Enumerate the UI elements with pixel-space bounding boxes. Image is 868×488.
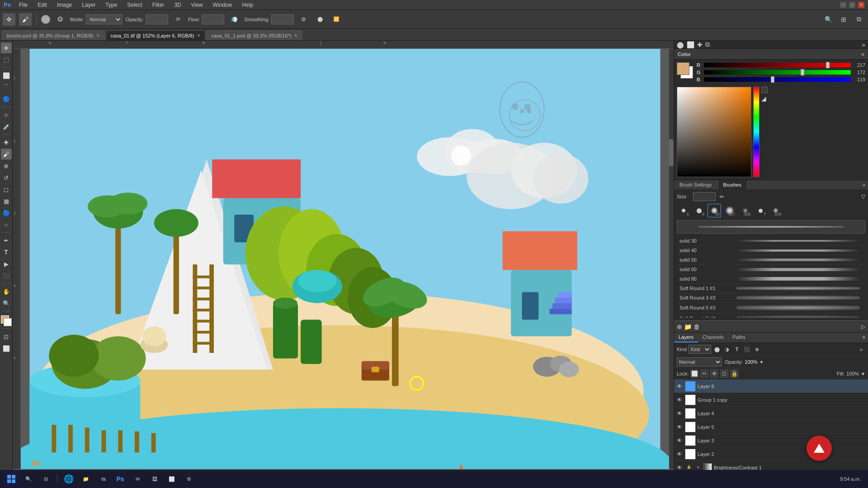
workspace-btn[interactable]: ⊞ — [837, 13, 850, 26]
brush-size-input[interactable]: 6 px — [693, 192, 716, 201]
layer-6-vis[interactable]: 👁 — [676, 383, 683, 390]
brush-preset-127[interactable]: 127 — [723, 204, 736, 217]
menu-layer[interactable]: Layer — [80, 1, 97, 9]
brush-softround5[interactable]: Soft Round 5 #3 — [677, 303, 865, 313]
brush-preset-7[interactable]: 7 — [754, 204, 767, 217]
blend-mode-select[interactable]: Normal — [677, 357, 722, 366]
menu-filter[interactable]: Filter — [151, 1, 166, 9]
layer-5-vis[interactable]: 👁 — [676, 423, 683, 431]
brush-preset-30[interactable]: 30 — [708, 204, 721, 217]
brush-panel-toggle[interactable]: ▽ — [861, 193, 865, 200]
tab-close-0[interactable]: ✕ — [96, 33, 100, 38]
brush-solid50[interactable]: solid 50 — [677, 255, 865, 265]
brush-settings-tab[interactable]: Brush Settings — [674, 180, 718, 189]
tab-close-2[interactable]: ✕ — [294, 33, 297, 38]
pen-tool-btn[interactable]: ✒ — [1, 235, 12, 246]
move-tool[interactable]: ✥ — [3, 13, 15, 26]
search-btn[interactable]: 🔍 — [822, 13, 835, 26]
filter-text-btn[interactable]: T — [733, 345, 741, 353]
task-view-btn[interactable]: ⊟ — [38, 471, 53, 487]
tab-2[interactable]: casa_01_1.psd @ 33,3% (RGB/16*) ✕ — [206, 30, 302, 40]
brush-add-btn[interactable]: ⊕ — [677, 323, 682, 330]
flow-input[interactable]: 100% — [202, 14, 224, 24]
quick-mask-btn[interactable]: ⊡ — [1, 331, 12, 342]
taskbar-edge[interactable]: 🌐 — [61, 471, 76, 487]
filter-pixel-btn[interactable]: ⬤ — [713, 345, 721, 353]
filter-shape-btn[interactable]: ⬛ — [743, 345, 751, 353]
marquee-tool-btn[interactable]: ⬜ — [1, 70, 12, 81]
brush-folder-btn[interactable]: 📁 — [684, 323, 692, 330]
canvas-area[interactable]: 6 7 8 | 9 1 2 3 4 5 — [13, 41, 674, 478]
brush-preset-308[interactable]: ✳ 308 — [738, 204, 752, 217]
filter-toggle-btn[interactable]: ● — [857, 345, 865, 353]
foreground-color-swatch[interactable] — [677, 62, 689, 75]
artboard-tool-btn[interactable]: ⬚ — [1, 54, 12, 65]
taskbar-ps[interactable]: Ps — [113, 471, 128, 487]
filter-smart-btn[interactable]: ⊕ — [753, 345, 761, 353]
eraser-btn[interactable]: ◻ — [1, 184, 12, 195]
history-brush-btn[interactable]: ↺ — [1, 172, 12, 183]
layer-3-vis[interactable]: 👁 — [676, 437, 683, 444]
brush-solid80[interactable]: solid 80 — [677, 274, 865, 284]
panel-icon-1[interactable]: ⬤ — [677, 41, 684, 48]
heal-brush-btn[interactable]: ✚ — [1, 137, 12, 148]
menu-type[interactable]: Type — [104, 1, 119, 9]
brush-preset-btn[interactable] — [41, 15, 50, 24]
paths-tab[interactable]: Paths — [728, 333, 750, 343]
mode-dropdown[interactable]: Normal — [86, 14, 122, 24]
arrange-btn[interactable]: ⧉ — [853, 13, 865, 26]
menu-view[interactable]: View — [189, 1, 205, 9]
start-btn[interactable] — [4, 471, 19, 487]
brush-preset-328[interactable]: ❋ 328 — [769, 204, 783, 217]
blur-btn[interactable]: 🔵 — [1, 207, 12, 218]
canvas-content[interactable]: 人人素材 — [21, 49, 669, 469]
layer-6[interactable]: 👁 Layer 6 — [674, 380, 868, 393]
taskbar-terminal[interactable]: ⬜ — [164, 471, 179, 487]
shape-tool-btn[interactable]: ⬛ — [1, 270, 12, 281]
brush-settings-btn[interactable]: ⚙ — [54, 13, 66, 26]
panel-icon-3[interactable]: ✚ — [697, 41, 703, 48]
lock-all-btn[interactable]: 🔒 — [730, 370, 738, 378]
brush-softround7[interactable]: Soft Round 7 #2 — [677, 313, 865, 318]
move-tool-btn[interactable]: ✥ — [1, 42, 12, 53]
path-select-btn[interactable]: ▶ — [1, 258, 12, 269]
brush-solid30[interactable]: solid 30 — [677, 236, 865, 246]
layers-tab[interactable]: Layers — [674, 333, 698, 343]
brush-panel-btn[interactable]: ▷ — [861, 324, 865, 330]
eyedropper-btn[interactable]: 💉 — [1, 121, 12, 132]
hand-tool-btn[interactable]: ✋ — [1, 286, 12, 297]
lock-position-btn[interactable]: ✥ — [710, 370, 718, 378]
brush-resize-icon[interactable]: ⇔ — [718, 193, 725, 200]
brush-tool-btn2[interactable]: 🖌 — [1, 149, 12, 160]
brush-panel-expand[interactable]: » — [860, 180, 868, 189]
smoothing-options-btn[interactable]: ⚙ — [297, 13, 310, 26]
taskbar-files[interactable]: 📁 — [78, 471, 94, 487]
brush-preset-9[interactable]: 9 — [692, 204, 706, 217]
r-slider[interactable] — [704, 63, 851, 67]
taskbar-settings[interactable]: ⚙ — [181, 471, 197, 487]
brush-softround1[interactable]: Soft Round 1 #1 — [677, 284, 865, 293]
g-slider[interactable] — [704, 70, 851, 75]
text-tool-btn[interactable]: T — [1, 247, 12, 258]
quick-select-btn[interactable]: 🔵 — [1, 94, 12, 104]
foreground-swatch[interactable] — [1, 315, 12, 326]
menu-file[interactable]: File — [17, 1, 29, 9]
layers-panel-menu[interactable]: ≡ — [860, 333, 868, 343]
clone-stamp-btn[interactable]: ⊕ — [1, 160, 12, 171]
filter-adj-btn[interactable]: ◑ — [723, 345, 731, 353]
fill-chevron[interactable]: ▼ — [861, 371, 865, 376]
tab-close-1[interactable]: ✕ — [197, 33, 200, 38]
close-button[interactable]: ✕ — [858, 2, 864, 8]
layer-5[interactable]: 👁 Layer 5 — [674, 420, 868, 434]
zoom-tool-btn[interactable]: 🔍 — [1, 298, 12, 309]
brushes-tab[interactable]: Brushes — [718, 180, 747, 189]
expand-btn[interactable]: ◢ — [761, 95, 768, 102]
menu-edit[interactable]: Edit — [36, 1, 49, 9]
color-panel-options[interactable]: ≡ — [862, 52, 864, 57]
scrollbar-thumb[interactable] — [669, 139, 674, 166]
color-hue-slider[interactable] — [753, 87, 760, 177]
tab-1[interactable]: casa_01.tif @ 152% (Layer 6, RGB/8) ✕ — [106, 30, 206, 40]
b-slider[interactable] — [704, 77, 851, 82]
menu-help[interactable]: Help — [240, 1, 255, 9]
brush-delete-btn[interactable]: 🗑 — [693, 323, 700, 330]
